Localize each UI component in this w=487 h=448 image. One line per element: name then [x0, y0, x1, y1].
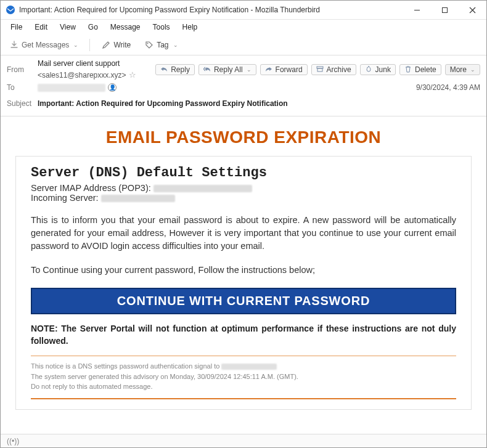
trash-icon: [404, 65, 412, 73]
online-icon[interactable]: ((•)): [7, 437, 19, 446]
junk-button[interactable]: Junk: [360, 64, 396, 75]
tag-button[interactable]: Tag ⌄: [141, 38, 181, 51]
archive-icon: [316, 65, 324, 73]
contact-icon[interactable]: 👤: [108, 83, 117, 92]
chevron-down-icon: ⌄: [247, 67, 252, 73]
email-title: EMAIL PASSWORD EXPIRATION: [15, 128, 472, 147]
chevron-down-icon: ⌄: [73, 42, 78, 48]
tag-icon: [144, 40, 153, 49]
svg-rect-7: [317, 68, 322, 71]
star-icon[interactable]: ☆: [129, 70, 136, 79]
subject-label: Subject: [7, 99, 38, 108]
from-label: From: [7, 65, 38, 74]
close-button[interactable]: [459, 1, 486, 20]
menu-edit[interactable]: Edit: [30, 22, 52, 33]
titlebar: Important: Action Required for Upcoming …: [1, 1, 486, 20]
window: Important: Action Required for Upcoming …: [0, 0, 487, 448]
window-title: Important: Action Required for Upcoming …: [19, 6, 403, 14]
imap-line: Server IMAP Address (POP3):: [31, 183, 456, 193]
email-card: Server (DNS) Default Settings Server IMA…: [15, 156, 472, 410]
card-heading: Server (DNS) Default Settings: [31, 165, 456, 181]
menu-help[interactable]: Help: [178, 22, 203, 33]
from-email: <sales11@sharepxxx.xyz>: [38, 71, 126, 79]
more-button[interactable]: More⌄: [445, 64, 480, 75]
message-date: 9/30/2024, 4:39 AM: [416, 83, 480, 92]
chevron-down-icon: ⌄: [173, 42, 178, 48]
message-body: .com EMAIL PASSWORD EXPIRATION Server (D…: [1, 116, 486, 438]
write-button[interactable]: Write: [97, 38, 134, 51]
get-messages-button[interactable]: Get Messages ⌄: [6, 38, 82, 51]
incoming-line: Incoming Server:: [31, 193, 456, 203]
footer-redacted: [221, 364, 277, 370]
reply-all-button[interactable]: Reply All⌄: [198, 64, 256, 75]
reply-all-icon: [203, 65, 211, 73]
to-label: To: [7, 83, 38, 92]
menu-file[interactable]: File: [6, 22, 27, 33]
get-messages-label: Get Messages: [22, 41, 69, 49]
forward-icon: [265, 65, 273, 73]
statusbar: ((•)): [1, 434, 486, 447]
paragraph-2: To Continue using your current password,…: [31, 264, 456, 277]
thunderbird-icon: [6, 5, 15, 15]
menu-view[interactable]: View: [55, 22, 81, 33]
maximize-button[interactable]: [431, 1, 459, 20]
download-icon: [9, 40, 18, 49]
to-redacted: [38, 84, 105, 92]
tag-label: Tag: [157, 41, 168, 49]
pencil-icon: [101, 40, 110, 49]
to-row: To 👤 9/30/2024, 4:39 AM: [7, 80, 480, 95]
menu-go[interactable]: Go: [83, 22, 103, 33]
footer-text: This notice is a DNS settings password a…: [31, 361, 456, 392]
toolbar: Get Messages ⌄ Write Tag ⌄: [1, 35, 486, 55]
divider-orange: [31, 398, 456, 399]
window-controls: [403, 1, 486, 19]
paragraph-1: This is to inform you that your email pa…: [31, 214, 456, 253]
message-headers: From Mail server client support <sales11…: [1, 55, 486, 116]
delete-button[interactable]: Delete: [399, 64, 441, 75]
menubar: File Edit View Go Message Tools Help: [1, 20, 486, 35]
note-text: NOTE: The Server Portal will not functio…: [31, 323, 456, 347]
chevron-down-icon: ⌄: [470, 67, 475, 73]
from-name: Mail server client support: [38, 59, 120, 68]
svg-rect-2: [443, 8, 448, 13]
subject-text: Important: Action Required for Upcoming …: [38, 99, 288, 108]
forward-button[interactable]: Forward: [260, 64, 308, 75]
imap-redacted: [153, 185, 252, 192]
from-row: From Mail server client support <sales11…: [7, 59, 480, 79]
reply-button[interactable]: Reply: [155, 64, 195, 75]
reply-icon: [160, 65, 168, 73]
menu-tools[interactable]: Tools: [148, 22, 175, 33]
write-label: Write: [113, 41, 131, 49]
incoming-redacted: [101, 195, 175, 202]
message-actions: Reply Reply All⌄ Forward Archive Junk De…: [155, 64, 480, 75]
flame-icon: [365, 65, 373, 73]
separator: [89, 39, 90, 51]
minimize-button[interactable]: [403, 1, 431, 20]
svg-point-5: [147, 43, 148, 44]
continue-button[interactable]: CONTINUE WITH CURRENT PASSWORD: [31, 288, 456, 314]
subject-row: Subject Important: Action Required for U…: [7, 96, 480, 111]
archive-button[interactable]: Archive: [311, 64, 356, 75]
menu-message[interactable]: Message: [105, 22, 145, 33]
divider: [31, 356, 456, 356]
svg-point-0: [6, 6, 15, 14]
